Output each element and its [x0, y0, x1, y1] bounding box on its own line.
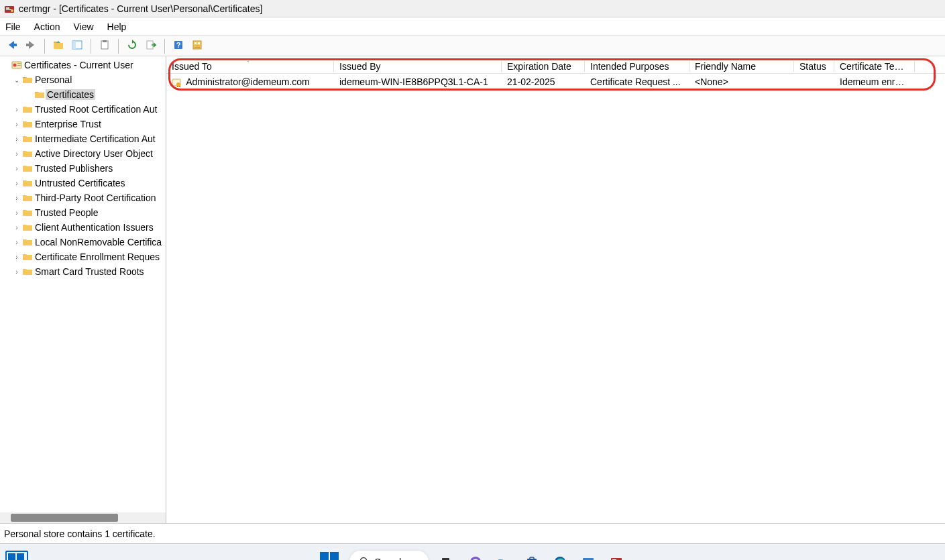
svg-rect-5 [26, 44, 30, 46]
tree-item[interactable]: ›Local NonRemovable Certifica [0, 235, 166, 249]
menu-view[interactable]: View [73, 21, 93, 32]
expand-icon[interactable]: › [12, 268, 21, 276]
horizontal-scrollbar[interactable] [0, 512, 166, 523]
tree-item[interactable]: ›Certificate Enrollment Reques [0, 249, 166, 264]
tree-label: Certificates [46, 89, 95, 100]
control-panel-button[interactable] [579, 553, 598, 560]
col-purposes[interactable]: Intended Purposes [585, 61, 689, 72]
up-folder-button[interactable] [50, 38, 66, 54]
menu-file[interactable]: File [5, 21, 21, 32]
export-icon [146, 40, 156, 53]
tree-label: Trusted Publishers [34, 163, 114, 174]
tree-item[interactable]: ›Untrusted Certificates [0, 176, 166, 190]
collapse-icon[interactable]: ⌄ [12, 76, 21, 84]
forward-button[interactable] [23, 38, 39, 54]
svg-rect-16 [198, 42, 200, 44]
expand-icon[interactable]: › [12, 239, 21, 246]
list-pane: Issued To⌃ Issued By Expiration Date Int… [166, 56, 945, 523]
refresh-button[interactable] [124, 38, 140, 54]
menu-help[interactable]: Help [107, 21, 127, 32]
tree-label: Certificates - Current User [23, 60, 135, 70]
svg-rect-22 [17, 65, 21, 66]
certificate-row[interactable]: Administrator@idemeum.com idemeum-WIN-IE… [166, 74, 945, 90]
col-friendly-name[interactable]: Friendly Name [689, 61, 794, 72]
edge-button[interactable] [551, 553, 569, 560]
folder-icon [21, 74, 34, 85]
tree-label: Certificate Enrollment Reques [34, 251, 161, 262]
certmgr-taskbar-button[interactable] [607, 553, 626, 560]
tree-pane: Certificates - Current User ⌄ Personal C… [0, 56, 166, 523]
tree-item[interactable]: ›Active Directory User Object [0, 146, 166, 161]
folder-icon [21, 207, 34, 218]
clipboard-icon [99, 40, 110, 53]
svg-rect-25 [177, 86, 178, 87]
svg-rect-4 [13, 44, 17, 46]
expand-icon[interactable]: › [12, 224, 21, 231]
taskbar-search[interactable]: Search [349, 551, 429, 560]
tree-label: Trusted Root Certification Aut [34, 104, 158, 115]
taskbar-center: Search [320, 551, 626, 560]
tree-item[interactable]: ›Client Authentication Issuers [0, 220, 166, 235]
help-button[interactable]: ? [170, 38, 186, 54]
status-text: Personal store contains 1 certificate. [4, 528, 156, 539]
tree-label: Third-Party Root Certification [34, 192, 158, 203]
expand-icon[interactable]: › [12, 135, 21, 143]
widgets-button[interactable] [5, 551, 28, 560]
search-placeholder: Search [375, 557, 404, 560]
menu-action[interactable]: Action [34, 21, 60, 32]
properties-button[interactable] [189, 38, 205, 54]
folder-icon [21, 192, 34, 203]
tree-item[interactable]: ›Enterprise Trust [0, 117, 166, 131]
tree-toggle-icon [72, 40, 82, 53]
start-button[interactable] [320, 552, 340, 560]
sort-asc-icon: ⌃ [245, 61, 250, 66]
col-issued-to[interactable]: Issued To⌃ [166, 61, 334, 72]
expand-icon[interactable]: › [12, 121, 21, 128]
col-status[interactable]: Status [794, 61, 834, 72]
tree-item[interactable]: ›Trusted Publishers [0, 161, 166, 176]
copy-button[interactable] [97, 38, 113, 54]
arrow-right-icon [25, 39, 37, 54]
tree-root[interactable]: Certificates - Current User [0, 58, 166, 72]
tree-item[interactable]: ›Trusted Root Certification Aut [0, 102, 166, 117]
tree-item[interactable]: ›Intermediate Certification Aut [0, 131, 166, 146]
back-button[interactable] [4, 38, 20, 54]
toolbar-separator [118, 39, 119, 54]
scrollbar-thumb[interactable] [11, 514, 118, 522]
cell-friendly-name: <None> [689, 76, 794, 87]
expand-icon[interactable]: › [12, 180, 21, 187]
tree-label: Local NonRemovable Certifica [34, 237, 163, 247]
help-icon: ? [173, 40, 184, 53]
cell-template: Idemeum enrol... [834, 76, 915, 87]
svg-rect-17 [194, 46, 200, 46]
expand-icon[interactable]: › [12, 194, 21, 202]
show-hide-tree-button[interactable] [69, 38, 85, 54]
expand-icon[interactable]: › [12, 209, 21, 217]
expand-icon[interactable]: › [12, 150, 21, 158]
expand-icon[interactable]: › [12, 254, 21, 261]
file-explorer-button[interactable] [494, 553, 513, 560]
expand-icon[interactable]: › [12, 106, 21, 113]
col-expiration[interactable]: Expiration Date [502, 61, 585, 72]
svg-rect-15 [194, 42, 197, 44]
svg-rect-14 [193, 41, 201, 49]
export-button[interactable] [143, 38, 159, 54]
tree-label: Enterprise Trust [34, 119, 103, 129]
col-template[interactable]: Certificate Tem... [834, 61, 915, 72]
tree-item[interactable]: ›Third-Party Root Certification [0, 190, 166, 205]
expand-icon[interactable]: › [12, 165, 21, 172]
certificate-icon [172, 78, 182, 87]
col-issued-by[interactable]: Issued By [334, 61, 502, 72]
tree-item[interactable]: ›Smart Card Trusted Roots [0, 264, 166, 279]
toolbar-separator [164, 39, 165, 54]
tree-item[interactable]: ›Trusted People [0, 205, 166, 220]
tree-item-personal[interactable]: ⌄ Personal [0, 72, 166, 87]
microsoft-store-button[interactable] [522, 553, 541, 560]
title-bar: certmgr - [Certificates - Current User\P… [0, 0, 945, 17]
folder-icon [21, 119, 34, 129]
tree-body[interactable]: Certificates - Current User ⌄ Personal C… [0, 56, 166, 512]
chat-button[interactable] [466, 553, 485, 560]
tree-item-certificates[interactable]: Certificates [0, 87, 166, 102]
window-title: certmgr - [Certificates - Current User\P… [19, 3, 262, 14]
task-view-button[interactable] [438, 553, 457, 560]
